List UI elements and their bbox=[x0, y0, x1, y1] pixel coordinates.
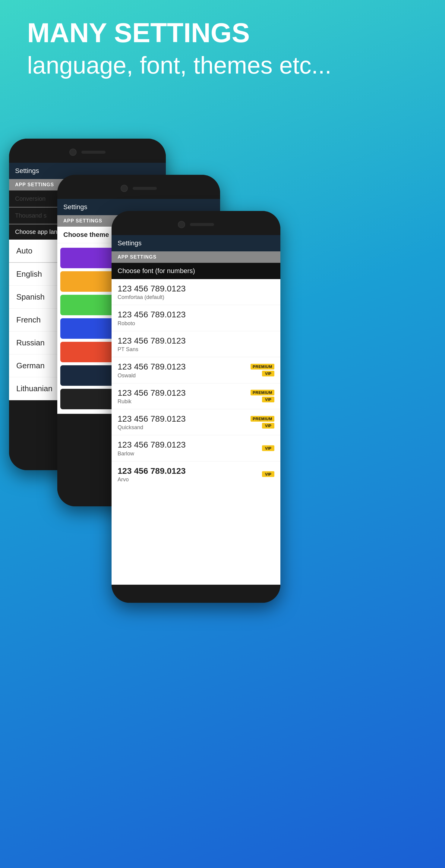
font-arvo-badges: VIP bbox=[262, 471, 274, 477]
choose-font-header: Choose font (for numbers) bbox=[112, 263, 280, 279]
main-subtitle: language, font, themes etc... bbox=[27, 51, 332, 80]
phone3-speaker bbox=[190, 223, 214, 226]
font-barlow[interactable]: 123 456 789.0123 Barlow VIP bbox=[112, 435, 280, 461]
phone1-notch bbox=[9, 138, 166, 163]
phone2-settings-label: Settings bbox=[63, 203, 87, 211]
phone1-speaker bbox=[81, 151, 106, 154]
badge-vip-quicksand: VIP bbox=[262, 423, 274, 429]
phone3-app-settings: APP SETTINGS bbox=[112, 251, 280, 263]
phone3-camera bbox=[178, 221, 185, 228]
font-comfortaa[interactable]: 123 456 789.0123 Comfortaa (default) bbox=[112, 279, 280, 305]
font-arvo[interactable]: 123 456 789.0123 Arvo VIP bbox=[112, 461, 280, 487]
font-rubik-badges: PREMIUM VIP bbox=[250, 390, 274, 402]
badge-vip-arvo: VIP bbox=[262, 471, 274, 477]
main-title: MANY SETTINGS bbox=[27, 18, 332, 48]
phone2-speaker bbox=[132, 187, 157, 190]
font-comfortaa-number: 123 456 789.0123 bbox=[118, 283, 274, 294]
badge-vip-barlow: VIP bbox=[262, 445, 274, 451]
badge-vip-rubik: VIP bbox=[262, 397, 274, 402]
font-barlow-number: 123 456 789.0123 bbox=[118, 439, 274, 450]
font-quicksand-badges: PREMIUM VIP bbox=[250, 416, 274, 429]
font-roboto-number: 123 456 789.0123 bbox=[118, 309, 274, 320]
phones-container: Settings APP SETTINGS Conversion Thousan… bbox=[9, 138, 437, 847]
font-ptsans-number: 123 456 789.0123 bbox=[118, 336, 274, 346]
font-arvo-label: Arvo bbox=[118, 476, 274, 483]
font-barlow-label: Barlow bbox=[118, 451, 274, 457]
font-quicksand[interactable]: 123 456 789.0123 Quicksand PREMIUM VIP bbox=[112, 409, 280, 435]
font-roboto[interactable]: 123 456 789.0123 Roboto bbox=[112, 305, 280, 331]
font-ptsans-label: PT Sans bbox=[118, 346, 274, 352]
phone1-settings-label: Settings bbox=[15, 167, 39, 175]
phone-font: Settings APP SETTINGS Choose font (for n… bbox=[112, 211, 280, 603]
font-oswald-badges: PREMIUM VIP bbox=[250, 364, 274, 376]
font-roboto-label: Roboto bbox=[118, 320, 274, 327]
phone2-notch bbox=[57, 175, 220, 199]
header-section: MANY SETTINGS language, font, themes etc… bbox=[27, 18, 332, 80]
font-barlow-badges: VIP bbox=[262, 445, 274, 451]
phone3-settings-label: Settings bbox=[118, 239, 142, 247]
badge-premium-oswald: PREMIUM bbox=[250, 364, 274, 370]
phone3-settings-bar: Settings bbox=[112, 235, 280, 251]
font-ptsans[interactable]: 123 456 789.0123 PT Sans bbox=[112, 331, 280, 357]
phone3-notch bbox=[112, 211, 280, 235]
badge-premium-rubik: PREMIUM bbox=[250, 390, 274, 396]
phone3-screen: Settings APP SETTINGS Choose font (for n… bbox=[112, 235, 280, 585]
font-comfortaa-label: Comfortaa (default) bbox=[118, 294, 274, 301]
phone1-camera bbox=[69, 149, 77, 156]
font-rubik[interactable]: 123 456 789.0123 Rubik PREMIUM VIP bbox=[112, 383, 280, 409]
badge-premium-quicksand: PREMIUM bbox=[250, 416, 274, 422]
badge-vip-oswald: VIP bbox=[262, 371, 274, 376]
phone3-bottom bbox=[112, 585, 280, 603]
font-oswald[interactable]: 123 456 789.0123 Oswald PREMIUM VIP bbox=[112, 357, 280, 383]
font-arvo-number: 123 456 789.0123 bbox=[118, 466, 274, 476]
phone2-camera bbox=[121, 185, 128, 192]
